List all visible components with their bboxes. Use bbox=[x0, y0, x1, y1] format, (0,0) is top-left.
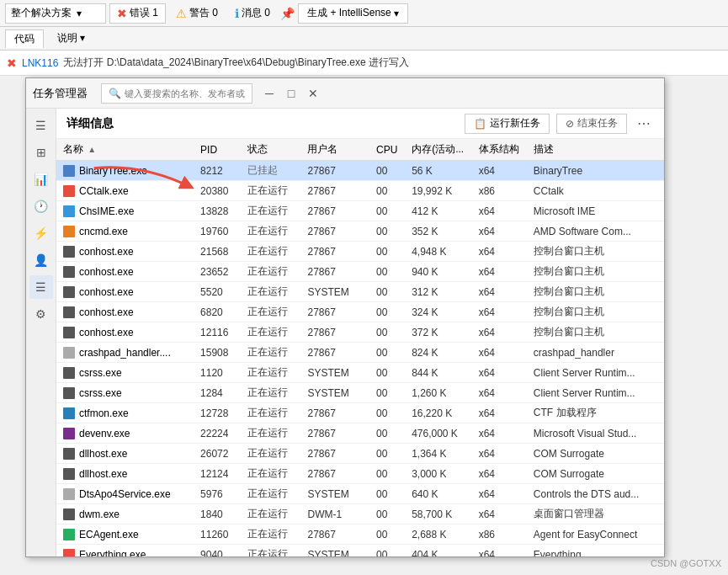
cell-user: 27867 bbox=[300, 444, 369, 464]
cell-arch: x64 bbox=[472, 201, 527, 221]
cell-desc: AMD Software Com... bbox=[527, 221, 664, 242]
cell-name: csrss.exe bbox=[56, 383, 194, 403]
cell-mem: 56 K bbox=[405, 161, 472, 181]
cell-mem: 16,220 K bbox=[405, 403, 472, 423]
table-row[interactable]: BinaryTree.exe8212已挂起278670056 Kx64Binar… bbox=[56, 161, 664, 181]
error-link[interactable]: LNK116 bbox=[22, 57, 58, 69]
sort-arrow: ▲ bbox=[88, 145, 96, 154]
table-row[interactable]: cncmd.exe19760正在运行2786700352 Kx64AMD Sof… bbox=[56, 221, 664, 242]
cell-status: 正在运行 bbox=[241, 545, 300, 557]
process-name: dllhost.exe bbox=[79, 468, 127, 480]
cell-desc: 桌面窗口管理器 bbox=[527, 504, 664, 524]
table-row[interactable]: conhost.exe6820正在运行2786700324 Kx64控制台窗口主… bbox=[56, 302, 664, 322]
sidebar-icon-home[interactable]: ⊞ bbox=[29, 141, 53, 164]
cell-cpu: 00 bbox=[369, 181, 405, 201]
cell-mem: 324 K bbox=[405, 302, 472, 322]
error-bar: ✖ LNK116 无法打开 D:\Data\data_2024\BinaryTr… bbox=[0, 51, 728, 76]
tm-body: ☰ ⊞ 📊 🕐 ⚡ 👤 ☰ ⚙ 详细信息 📋 运行新任务 ⊘ bbox=[26, 109, 664, 556]
table-row[interactable]: DtsApo4Service.exe5976正在运行SYSTEM00640 Kx… bbox=[56, 484, 664, 504]
sidebar-icon-history[interactable]: 🕐 bbox=[29, 194, 53, 218]
table-row[interactable]: conhost.exe23652正在运行2786700940 Kx64控制台窗口… bbox=[56, 262, 664, 282]
cell-user: SYSTEM bbox=[300, 363, 369, 383]
table-row[interactable]: Everything.exe9040正在运行SYSTEM00404 Kx64Ev… bbox=[56, 545, 664, 557]
explain-tab[interactable]: 说明 ▾ bbox=[49, 29, 93, 47]
cell-user: 27867 bbox=[300, 262, 369, 282]
error-button[interactable]: ✖ 错误 1 bbox=[109, 3, 166, 24]
cell-desc: crashpad_handler bbox=[527, 343, 664, 363]
col-header-user[interactable]: 用户名 bbox=[300, 139, 369, 161]
cell-desc: Client Server Runtim... bbox=[527, 363, 664, 383]
cell-user: 27867 bbox=[300, 161, 369, 181]
col-header-cpu[interactable]: CPU bbox=[369, 139, 405, 161]
col-header-name[interactable]: 名称 ▲ bbox=[56, 139, 194, 161]
close-button[interactable]: ✕ bbox=[303, 83, 323, 104]
sidebar-icon-details[interactable]: ☰ bbox=[29, 275, 53, 299]
cell-mem: 19,992 K bbox=[405, 181, 472, 201]
table-row[interactable]: ChsIME.exe13828正在运行2786700412 Kx64Micros… bbox=[56, 201, 664, 221]
table-row[interactable]: CCtalk.exe20380正在运行278670019,992 Kx86CCt… bbox=[56, 181, 664, 201]
end-task-button[interactable]: ⊘ 结束任务 bbox=[556, 114, 627, 134]
cell-name: ChsIME.exe bbox=[56, 201, 194, 221]
table-row[interactable]: csrss.exe1284正在运行SYSTEM001,260 Kx64Clien… bbox=[56, 383, 664, 403]
table-row[interactable]: csrss.exe1120正在运行SYSTEM00844 Kx64Client … bbox=[56, 363, 664, 383]
table-row[interactable]: ctfmon.exe12728正在运行278670016,220 Kx64CTF… bbox=[56, 403, 664, 423]
tm-search-box[interactable]: 🔍 bbox=[101, 83, 252, 104]
col-header-pid[interactable]: PID bbox=[194, 139, 241, 161]
process-name: CCtalk.exe bbox=[79, 185, 129, 197]
table-row[interactable]: conhost.exe5520正在运行SYSTEM00312 Kx64控制台窗口… bbox=[56, 282, 664, 302]
sidebar-icon-menu[interactable]: ☰ bbox=[29, 114, 53, 137]
table-row[interactable]: devenv.exe22224正在运行2786700476,000 Kx64Mi… bbox=[56, 423, 664, 444]
col-header-arch[interactable]: 体系结构 bbox=[472, 139, 527, 161]
cell-name: devenv.exe bbox=[56, 423, 194, 444]
sidebar-icon-services[interactable]: ⚙ bbox=[29, 302, 53, 326]
table-row[interactable]: conhost.exe21568正在运行27867004,948 Kx64控制台… bbox=[56, 242, 664, 262]
cell-cpu: 00 bbox=[369, 403, 405, 423]
solution-dropdown[interactable]: 整个解决方案 ▾ bbox=[5, 3, 106, 24]
cell-mem: 940 K bbox=[405, 262, 472, 282]
minimize-button[interactable]: ─ bbox=[259, 83, 279, 104]
col-header-desc[interactable]: 描述 bbox=[527, 139, 664, 161]
table-row[interactable]: crashpad_handler....15908正在运行2786700824 … bbox=[56, 343, 664, 363]
table-row[interactable]: conhost.exe12116正在运行2786700372 Kx64控制台窗口… bbox=[56, 322, 664, 343]
process-name: cncmd.exe bbox=[79, 226, 128, 237]
process-icon bbox=[63, 387, 75, 399]
cell-name: conhost.exe bbox=[56, 242, 194, 262]
maximize-button[interactable]: □ bbox=[281, 83, 301, 104]
cell-status: 正在运行 bbox=[241, 464, 300, 484]
cell-pid: 15908 bbox=[194, 343, 241, 363]
col-header-mem[interactable]: 内存(活动... bbox=[405, 139, 472, 161]
code-tab[interactable]: 代码 bbox=[5, 29, 44, 48]
table-row[interactable]: dwm.exe1840正在运行DWM-10058,700 Kx64桌面窗口管理器 bbox=[56, 504, 664, 524]
sidebar-icon-users[interactable]: 👤 bbox=[29, 248, 53, 272]
col-header-status[interactable]: 状态 bbox=[241, 139, 300, 161]
error-bar-icon: ✖ bbox=[7, 56, 17, 70]
sidebar-icon-startup[interactable]: ⚡ bbox=[29, 221, 53, 245]
table-row[interactable]: dllhost.exe12124正在运行27867003,000 Kx64COM… bbox=[56, 464, 664, 484]
more-options-button[interactable]: ⋯ bbox=[634, 115, 654, 131]
cell-mem: 640 K bbox=[405, 484, 472, 504]
process-icon bbox=[63, 529, 75, 540]
run-new-task-button[interactable]: 📋 运行新任务 bbox=[465, 114, 550, 134]
error-label: 错误 1 bbox=[130, 6, 158, 20]
warning-button[interactable]: ⚠ 警告 0 bbox=[169, 3, 225, 24]
build-arrow: ▾ bbox=[394, 8, 399, 19]
cell-pid: 21568 bbox=[194, 242, 241, 262]
cell-cpu: 00 bbox=[369, 524, 405, 545]
table-row[interactable]: ECAgent.exe11260正在运行27867002,688 Kx86Age… bbox=[56, 524, 664, 545]
cell-pid: 5520 bbox=[194, 282, 241, 302]
process-tbody: BinaryTree.exe8212已挂起278670056 Kx64Binar… bbox=[56, 161, 664, 557]
table-row[interactable]: dllhost.exe26072正在运行27867001,364 Kx64COM… bbox=[56, 444, 664, 464]
cell-cpu: 00 bbox=[369, 221, 405, 242]
cell-pid: 12124 bbox=[194, 464, 241, 484]
build-button[interactable]: 生成 + IntelliSense ▾ bbox=[298, 3, 408, 24]
cell-arch: x86 bbox=[472, 524, 527, 545]
cell-user: SYSTEM bbox=[300, 383, 369, 403]
cell-cpu: 00 bbox=[369, 161, 405, 181]
process-name: csrss.exe bbox=[79, 387, 122, 399]
cell-cpu: 00 bbox=[369, 282, 405, 302]
search-input[interactable] bbox=[125, 88, 245, 98]
cell-name: dllhost.exe bbox=[56, 464, 194, 484]
cell-mem: 844 K bbox=[405, 363, 472, 383]
info-button[interactable]: ℹ 消息 0 bbox=[228, 3, 277, 24]
sidebar-icon-performance[interactable]: 📊 bbox=[29, 168, 53, 191]
